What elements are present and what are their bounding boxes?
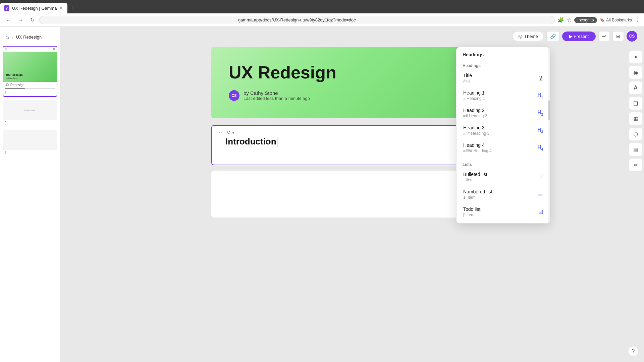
dropdown-title: Headings (463, 52, 484, 57)
menu-item-h2-left: Heading 2 ## Heading 2 (463, 108, 487, 118)
bulleted-option-sub: - Item (463, 178, 487, 182)
right-tools: ✦ ◉ A ❏ ▦ ⬡ ▤ ✏ (627, 47, 644, 175)
card-menu-button[interactable]: ⋯ (216, 129, 223, 136)
author-avatar: CS (229, 90, 239, 101)
slide-grid-icon: ⊞ (5, 47, 7, 51)
numbered-option-sub: 1. Item (463, 195, 492, 200)
menu-item-todo[interactable]: Todo list [] Item ☑ (459, 203, 547, 221)
menu-item-h4-left: Heading 4 #### Heading 4 (463, 142, 492, 153)
theme-button[interactable]: ◎ Theme (513, 31, 543, 41)
undo-button[interactable]: ↩ (598, 31, 610, 41)
h2-option-name: Heading 2 (463, 108, 487, 113)
slide-3-num: 3 (3, 150, 57, 156)
dropdown-header: Headings (457, 47, 550, 61)
h3-option-sub: ### Heading 3 (463, 131, 489, 136)
bookmark-icon[interactable]: ☆ (567, 17, 572, 23)
draw-tool-button[interactable]: ✏ (629, 158, 642, 172)
menu-item-title-left: Title /title (463, 73, 472, 83)
card-heading[interactable]: Introduction (225, 136, 479, 147)
slide-thumb-1[interactable]: ⊞ ☰ ✕ UX Redesign by Cathy Stone UX Rede… (3, 46, 57, 97)
h3-option-name: Heading 3 (463, 125, 489, 130)
card-tool-button[interactable]: ❏ (629, 97, 642, 110)
h4-option-sub: #### Heading 4 (463, 148, 492, 153)
address-bar[interactable]: gamma.app/docs/UX-Redesign-utuw9ty82oy1f… (39, 16, 555, 24)
menu-item-title[interactable]: Title /title T (459, 69, 547, 87)
text-tool-button[interactable]: A (629, 81, 642, 95)
todo-list-icon: ☑ (538, 209, 543, 215)
menu-item-h3-left: Heading 3 ### Heading 3 (463, 125, 489, 136)
slide-1-label: UX Redesign (3, 82, 57, 87)
active-tab[interactable]: γ UX Redesign | Gamma ✕ (0, 3, 67, 13)
slide-2-text: Introduction (24, 109, 36, 112)
sidebar-header: ⌂ › UX Redesign (0, 31, 60, 43)
author-info: by Cathy Stone Last edited less than a m… (244, 90, 310, 101)
dropdown-scroll[interactable]: Headings Title /title T Heading 1 # Head… (457, 61, 550, 223)
title-icon: T (539, 74, 543, 82)
shape-tool-button[interactable]: ⬡ (629, 127, 642, 141)
zoom-button[interactable]: ⊞ (612, 31, 624, 41)
share-button[interactable]: 🔗 (546, 31, 559, 41)
reload-button[interactable]: ↻ (28, 15, 37, 24)
theme-label: Theme (524, 34, 538, 39)
slides-list: ⊞ ☰ ✕ UX Redesign by Cathy Stone UX Rede… (0, 46, 60, 358)
menu-item-h4[interactable]: Heading 4 #### Heading 4 H4 (459, 139, 547, 157)
menu-item-numbered[interactable]: Numbered list 1. Item ≔ (459, 186, 547, 203)
hero-title: UX Redesign (229, 63, 476, 82)
tab-bar: γ UX Redesign | Gamma ✕ + (0, 0, 644, 13)
menu-item-bulleted[interactable]: Bulleted list - Item ≡ (459, 168, 547, 186)
bulleted-list-icon: ≡ (540, 174, 543, 180)
h1-option-sub: # Heading 1 (463, 96, 485, 101)
menu-icon[interactable]: ⋮ (635, 17, 640, 23)
menu-item-numbered-left: Numbered list 1. Item (463, 189, 492, 200)
nav-actions: 🧩 ☆ Incognito 🔖 All Bookmarks ⋮ (557, 17, 640, 23)
home-button[interactable]: ⌂ (5, 34, 9, 41)
menu-item-h3[interactable]: Heading 3 ### Heading 3 H3 (459, 122, 547, 139)
url-text: gamma.app/docs/UX-Redesign-utuw9ty82oy1f… (238, 17, 356, 22)
bookmarks-label: 🔖 All Bookmarks (600, 18, 632, 22)
h1-option-name: Heading 1 (463, 90, 485, 96)
forward-button[interactable]: → (16, 16, 25, 24)
tab-close-button[interactable]: ✕ (59, 5, 63, 11)
bulleted-option-name: Bulleted list (463, 172, 487, 177)
breadcrumb-separator: › (12, 35, 13, 40)
top-toolbar: ◎ Theme 🔗 ▶ Present ↩ ⊞ CS (60, 27, 644, 46)
tab-favicon: γ (4, 5, 9, 11)
card-toolbar: ⋯ ↺ ▾ (216, 129, 236, 136)
breadcrumb-text: UX Redesign (16, 35, 42, 40)
title-option-name: Title (463, 73, 472, 78)
user-avatar[interactable]: CS (627, 31, 637, 42)
hero-card: UX Redesign CS by Cathy Stone Last edite… (211, 47, 493, 118)
back-button[interactable]: ← (4, 16, 13, 24)
heading-text: Introduction (225, 136, 276, 146)
incognito-badge: Incognito (574, 17, 597, 23)
menu-item-h2[interactable]: Heading 2 ## Heading 2 H2 (459, 104, 547, 122)
new-tab-button[interactable]: + (67, 5, 76, 12)
empty-card[interactable] (211, 171, 493, 218)
headings-section-label: Headings (459, 61, 547, 69)
todo-option-name: Todo list (463, 206, 480, 212)
slide-1-num: 1 (3, 90, 57, 96)
slide-thumb-3[interactable]: 3 (3, 129, 57, 157)
menu-item-bulleted-left: Bulleted list - Item (463, 172, 487, 182)
author-name: by Cathy Stone (244, 90, 310, 96)
card-rotate-button[interactable]: ↺ ▾ (225, 129, 236, 136)
menu-item-h1[interactable]: Heading 1 # Heading 1 H1 (459, 87, 547, 104)
text-cursor (277, 137, 277, 147)
app-container: ⌂ › UX Redesign ⊞ ☰ ✕ UX Redesign by Cat… (0, 27, 644, 362)
todo-option-sub: [] Item (463, 213, 480, 217)
h2-option-sub: ## Heading 2 (463, 114, 487, 118)
slide-thumb-2[interactable]: Introduction 2 (3, 100, 57, 127)
color-tool-button[interactable]: ◉ (629, 66, 642, 79)
h3-icon: H3 (537, 127, 543, 134)
layout-tool-button[interactable]: ▤ (629, 143, 642, 156)
introduction-card[interactable]: ⋯ ↺ ▾ Introduction (211, 125, 493, 165)
slide-1-subtitle: by Cathy Stone (6, 77, 54, 79)
present-button[interactable]: ▶ Present (562, 32, 596, 41)
headings-dropdown: Headings Headings Title /title T Heading… (456, 47, 550, 224)
numbered-list-icon: ≔ (538, 191, 543, 198)
slide-close-icon[interactable]: ✕ (53, 47, 55, 51)
table-tool-button[interactable]: ▦ (629, 112, 642, 125)
help-button[interactable]: ? (628, 346, 639, 357)
ai-tool-button[interactable]: ✦ (629, 50, 642, 64)
author-row: CS by Cathy Stone Last edited less than … (229, 90, 476, 101)
